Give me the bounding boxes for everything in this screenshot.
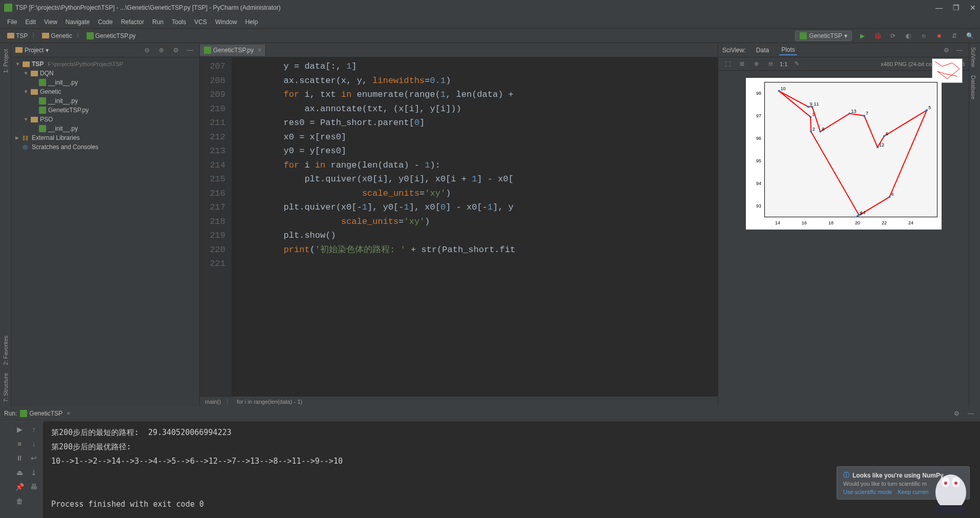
grid-icon[interactable]: ⊞	[737, 59, 747, 69]
hide-button[interactable]: —	[185, 45, 195, 55]
chevron-right-icon: 〉	[32, 31, 38, 40]
close-icon[interactable]: ×	[67, 410, 70, 417]
tree-file[interactable]: __init__.py	[11, 124, 199, 133]
svg-text:96: 96	[756, 136, 761, 141]
coverage-button[interactable]: ⟳	[888, 31, 898, 41]
run-config-label: GeneticTSP	[809, 32, 842, 39]
hide-button[interactable]: —	[954, 45, 965, 55]
fit-icon[interactable]: ⛶	[722, 59, 733, 69]
tab-sciview[interactable]: SciView	[969, 43, 977, 71]
chevron-down-icon[interactable]: ▾	[46, 47, 49, 54]
tree-root[interactable]: ▼TSPF:\projects\PythonProject\TSP	[11, 59, 199, 69]
zoom-in-icon[interactable]: ⊕	[751, 59, 761, 69]
tab-project[interactable]: 1: Project	[2, 45, 10, 77]
tree-file-genetictsp[interactable]: GeneticTSP.py	[11, 106, 199, 115]
menu-run[interactable]: Run	[149, 17, 166, 27]
tab-database[interactable]: Database	[969, 71, 977, 103]
svg-text:95: 95	[756, 158, 761, 163]
stop-button[interactable]: ■	[934, 31, 944, 41]
svg-line-5	[889, 110, 927, 197]
plot-viewer[interactable]: 1234567891011121314939495969798141618202…	[718, 71, 969, 406]
breadcrumb-folder[interactable]: Genetic	[40, 31, 74, 40]
use-scientific-link[interactable]: Use scientific mode	[843, 489, 892, 495]
locate-button[interactable]: ⊕	[156, 45, 166, 55]
folder-icon	[7, 33, 14, 38]
library-icon: ⫿⫿	[23, 134, 30, 141]
breadcrumb-file[interactable]: GeneticTSP.py	[85, 31, 138, 40]
tab-favorites[interactable]: 2: Favorites	[2, 331, 10, 369]
menu-tools[interactable]: Tools	[169, 17, 189, 27]
toolbar-right: GeneticTSP ▾ ▶ 🐞 ⟳ ◐ ⎋ ■ ⇵ 🔍	[795, 31, 975, 41]
exit-button[interactable]: ⏏	[13, 466, 26, 479]
close-button[interactable]: ✕	[970, 4, 976, 12]
tree-scratches[interactable]: ◎Scratches and Consoles	[11, 142, 199, 152]
run-config-select[interactable]: GeneticTSP ▾	[795, 31, 852, 41]
print-button[interactable]: 🖶	[28, 481, 40, 493]
profile-button[interactable]: ◐	[903, 31, 913, 41]
run-button[interactable]: ▶	[857, 31, 867, 41]
run-toolbar: ▶↑ ■↓ ⏸↩ ⏏⤓ 📌🖶 🗑	[11, 421, 43, 518]
tab-structure[interactable]: 7: Structure	[2, 369, 10, 406]
code-content[interactable]: y = data[:, 1] ax.scatter(x, y, linewidt…	[232, 57, 718, 396]
crumb-item[interactable]: main()	[205, 399, 221, 405]
stop-button[interactable]: ■	[13, 438, 26, 450]
editor-tab[interactable]: GeneticTSP.py ×	[200, 45, 266, 56]
menu-vcs[interactable]: VCS	[191, 17, 210, 27]
svg-text:4: 4	[891, 192, 893, 197]
svg-line-13	[779, 91, 808, 107]
crumb-item[interactable]: for i in range(len(data) - 1)	[237, 399, 302, 405]
soft-wrap-button[interactable]: ↩	[28, 452, 40, 464]
menu-code[interactable]: Code	[95, 17, 116, 27]
scroll-button[interactable]: ⤓	[28, 466, 40, 479]
collapse-button[interactable]: ⊖	[142, 45, 152, 55]
keep-current-link[interactable]: Keep curren	[898, 489, 928, 495]
attach-button[interactable]: ⎋	[919, 31, 929, 41]
sciview-tab-plots[interactable]: Plots	[779, 45, 797, 55]
editor[interactable]: 2072082092102112122132142152162172182192…	[200, 57, 718, 396]
edit-icon[interactable]: ✎	[791, 59, 802, 69]
line-gutter[interactable]: 2072082092102112122132142152162172182192…	[200, 57, 232, 396]
tree-file[interactable]: __init__.py	[11, 78, 199, 87]
sciview-toolbar: ⛶ ⊞ ⊕ ⊖ 1:1 ✎ x480 PNG (24-bit color) 29…	[718, 57, 969, 71]
project-tree[interactable]: ▼TSPF:\projects\PythonProject\TSP ▼DQN _…	[11, 57, 199, 406]
settings-icon[interactable]: ⚙	[941, 45, 951, 55]
sciview-tab-data[interactable]: Data	[754, 46, 771, 55]
hide-button[interactable]: —	[966, 408, 976, 419]
menu-edit[interactable]: Edit	[22, 17, 39, 27]
menu-file[interactable]: File	[4, 17, 20, 27]
menu-refactor[interactable]: Refactor	[118, 17, 147, 27]
run-panel-header: Run: GeneticTSP × ⚙ —	[0, 406, 980, 421]
chevron-down-icon: ▾	[844, 32, 847, 39]
settings-icon[interactable]: ⚙	[951, 408, 962, 419]
tree-file[interactable]: __init__.py	[11, 96, 199, 106]
run-tab[interactable]: GeneticTSP ×	[17, 409, 73, 418]
maximize-button[interactable]: ❐	[953, 4, 960, 12]
close-icon[interactable]: ×	[258, 47, 261, 54]
pin-button[interactable]: 📌	[13, 481, 26, 493]
down-button[interactable]: ↓	[28, 438, 40, 450]
vcs-button[interactable]: ⇵	[949, 31, 960, 41]
tree-folder-dqn[interactable]: ▼DQN	[11, 69, 199, 78]
svg-point-14	[809, 116, 811, 118]
tree-folder-pso[interactable]: ▼PSO	[11, 115, 199, 124]
minimize-button[interactable]: —	[935, 4, 943, 12]
up-button[interactable]: ↑	[28, 423, 40, 436]
nav-toolbar: TSP 〉 Genetic 〉 GeneticTSP.py GeneticTSP…	[0, 29, 980, 43]
zoom-out-icon[interactable]: ⊖	[765, 59, 776, 69]
folder-icon	[42, 33, 49, 38]
debug-button[interactable]: 🐞	[872, 31, 883, 41]
search-button[interactable]: 🔍	[965, 31, 975, 41]
tree-external-libs[interactable]: ▶⫿⫿External Libraries	[11, 133, 199, 142]
menu-navigate[interactable]: Navigate	[62, 17, 93, 27]
menu-window[interactable]: Window	[212, 17, 240, 27]
menu-view[interactable]: View	[41, 17, 60, 27]
tree-folder-genetic[interactable]: ▼Genetic	[11, 87, 199, 96]
rerun-button[interactable]: ▶	[13, 423, 26, 436]
settings-icon[interactable]: ⚙	[171, 45, 181, 55]
pause-button[interactable]: ⏸	[13, 452, 26, 464]
menu-help[interactable]: Help	[242, 17, 261, 27]
app-icon	[4, 4, 12, 12]
zoom-ratio[interactable]: 1:1	[780, 61, 787, 67]
breadcrumb-project[interactable]: TSP	[5, 31, 30, 40]
trash-button[interactable]: 🗑	[13, 495, 26, 507]
